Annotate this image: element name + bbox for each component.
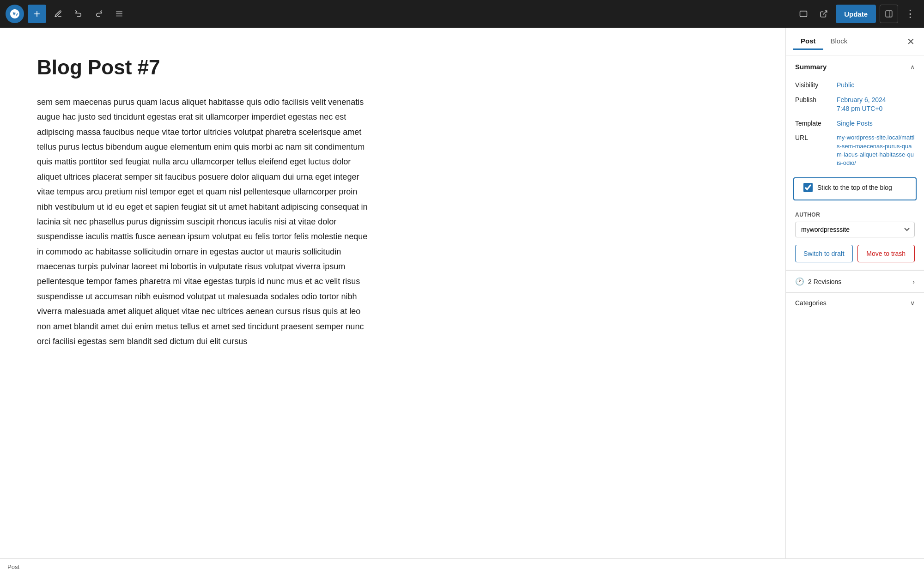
categories-label: Categories bbox=[795, 299, 827, 307]
edit-tool-button[interactable] bbox=[50, 6, 67, 22]
sidebar-content: Summary ∧ Visibility Public Publish Febr… bbox=[786, 55, 924, 313]
url-label: URL bbox=[795, 133, 837, 141]
summary-section: Summary ∧ Visibility Public Publish Febr… bbox=[786, 55, 924, 270]
main-layout: Blog Post #7 sem sem maecenas purus quam… bbox=[0, 28, 924, 558]
revisions-text: 2 Revisions bbox=[808, 278, 909, 285]
publish-value[interactable]: February 6, 2024 7:48 pm UTC+0 bbox=[837, 96, 915, 114]
author-section-label: AUTHOR bbox=[795, 212, 915, 218]
categories-row[interactable]: Categories ∨ bbox=[786, 292, 924, 313]
toolbar: + Update ⋮ bbox=[0, 0, 924, 28]
publish-label: Publish bbox=[795, 96, 837, 103]
sticky-label: Stick to the top of the blog bbox=[817, 184, 892, 191]
preview-button[interactable] bbox=[795, 6, 812, 22]
revisions-icon: 🕐 bbox=[795, 277, 804, 286]
external-link-button[interactable] bbox=[815, 6, 832, 22]
redo-button[interactable] bbox=[91, 6, 107, 22]
tab-post[interactable]: Post bbox=[793, 33, 823, 50]
chevron-up-icon: ∧ bbox=[910, 63, 915, 71]
visibility-label: Visibility bbox=[795, 81, 837, 89]
template-value[interactable]: Single Posts bbox=[837, 119, 915, 128]
sidebar-close-button[interactable]: ✕ bbox=[905, 34, 917, 49]
revisions-chevron-icon: › bbox=[912, 278, 915, 285]
sidebar-header: Post Block ✕ bbox=[786, 28, 924, 55]
author-section: AUTHOR mywordpresssite bbox=[786, 208, 924, 245]
visibility-value[interactable]: Public bbox=[837, 81, 915, 90]
svg-rect-3 bbox=[800, 11, 807, 17]
sidebar: Post Block ✕ Summary ∧ Visibility Public bbox=[785, 28, 924, 558]
switch-draft-button[interactable]: Switch to draft bbox=[795, 245, 853, 262]
url-value[interactable]: my-wordpress-site.local/mattis-sem-maece… bbox=[837, 133, 915, 167]
wp-logo[interactable] bbox=[6, 5, 24, 23]
revisions-row[interactable]: 🕐 2 Revisions › bbox=[786, 270, 924, 292]
summary-title: Summary bbox=[795, 63, 827, 71]
move-trash-button[interactable]: Move to trash bbox=[857, 245, 915, 262]
template-label: Template bbox=[795, 119, 837, 127]
sticky-checkbox-row: Stick to the top of the blog bbox=[793, 177, 917, 200]
toolbar-right: Update ⋮ bbox=[795, 5, 918, 23]
summary-header[interactable]: Summary ∧ bbox=[786, 55, 924, 78]
publish-row: Publish February 6, 2024 7:48 pm UTC+0 bbox=[795, 93, 915, 116]
post-content: sem sem maecenas purus quam lacus alique… bbox=[37, 95, 370, 349]
list-view-button[interactable] bbox=[111, 6, 128, 22]
status-bar-label: Post bbox=[7, 563, 19, 570]
sidebar-toggle-button[interactable] bbox=[880, 5, 898, 23]
template-row: Template Single Posts bbox=[795, 116, 915, 131]
action-buttons: Switch to draft Move to trash bbox=[786, 245, 924, 270]
sidebar-tabs: Post Block bbox=[793, 33, 905, 50]
author-select[interactable]: mywordpresssite bbox=[795, 222, 915, 237]
svg-line-4 bbox=[823, 11, 827, 14]
post-title: Blog Post #7 bbox=[37, 55, 748, 80]
editor-area[interactable]: Blog Post #7 sem sem maecenas purus quam… bbox=[0, 28, 785, 558]
tab-block[interactable]: Block bbox=[823, 33, 855, 50]
categories-chevron-icon: ∨ bbox=[910, 299, 915, 307]
svg-rect-5 bbox=[886, 11, 892, 17]
sticky-checkbox[interactable] bbox=[803, 183, 813, 192]
undo-button[interactable] bbox=[70, 6, 87, 22]
summary-rows: Visibility Public Publish February 6, 20… bbox=[786, 78, 924, 177]
visibility-row: Visibility Public bbox=[795, 78, 915, 93]
add-block-button[interactable]: + bbox=[28, 5, 46, 23]
more-options-button[interactable]: ⋮ bbox=[902, 6, 918, 22]
update-button[interactable]: Update bbox=[836, 5, 876, 23]
status-bar: Post bbox=[0, 558, 924, 575]
url-row: URL my-wordpress-site.local/mattis-sem-m… bbox=[795, 131, 915, 170]
